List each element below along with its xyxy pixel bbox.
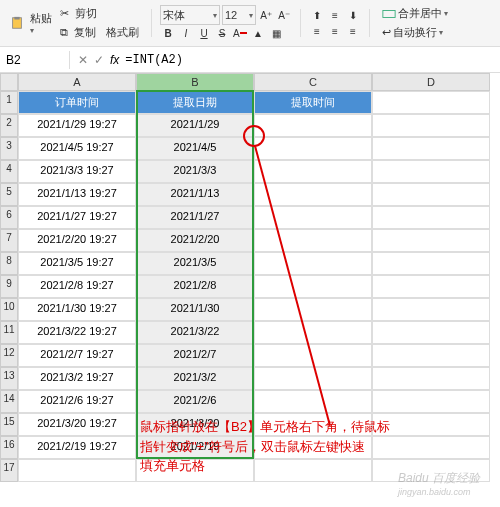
cell-C2[interactable] xyxy=(254,114,372,137)
copy-button[interactable]: 复制 xyxy=(70,23,100,42)
cell-A4[interactable]: 2021/3/3 19:27 xyxy=(18,160,136,183)
wrap-text-button[interactable]: ↩ 自动换行▾ xyxy=(378,23,452,42)
cell-A14[interactable]: 2021/2/6 19:27 xyxy=(18,390,136,413)
cell-D1[interactable] xyxy=(372,91,490,114)
increase-font-button[interactable]: A⁺ xyxy=(258,7,274,23)
cell-D15[interactable] xyxy=(372,413,490,436)
cell-A10[interactable]: 2021/1/30 19:27 xyxy=(18,298,136,321)
cell-D12[interactable] xyxy=(372,344,490,367)
border-button[interactable]: ▦ xyxy=(268,25,284,41)
cell-B5[interactable]: 2021/1/13 xyxy=(136,183,254,206)
cell-D9[interactable] xyxy=(372,275,490,298)
cell-D10[interactable] xyxy=(372,298,490,321)
cell-D6[interactable] xyxy=(372,206,490,229)
fx-icon[interactable]: fx xyxy=(110,53,119,67)
column-header-C[interactable]: C xyxy=(254,73,372,91)
row-header-4[interactable]: 4 xyxy=(0,160,18,183)
align-right-button[interactable]: ≡ xyxy=(345,23,361,39)
cell-B6[interactable]: 2021/1/27 xyxy=(136,206,254,229)
accept-formula-icon[interactable]: ✓ xyxy=(94,53,104,67)
select-all-corner[interactable] xyxy=(0,73,18,91)
fill-color-button[interactable]: ▲ xyxy=(250,25,266,41)
italic-button[interactable]: I xyxy=(178,25,194,41)
cell-C16[interactable] xyxy=(254,436,372,459)
cell-C4[interactable] xyxy=(254,160,372,183)
cell-C9[interactable] xyxy=(254,275,372,298)
row-header-7[interactable]: 7 xyxy=(0,229,18,252)
cell-D17[interactable] xyxy=(372,459,490,482)
formula-input[interactable] xyxy=(125,53,492,67)
row-header-14[interactable]: 14 xyxy=(0,390,18,413)
merge-cells-button[interactable]: 合并居中▾ xyxy=(378,4,452,23)
cell-A16[interactable]: 2021/2/19 19:27 xyxy=(18,436,136,459)
cell-C6[interactable] xyxy=(254,206,372,229)
align-top-button[interactable]: ⬆ xyxy=(309,7,325,23)
cell-D2[interactable] xyxy=(372,114,490,137)
cell-D8[interactable] xyxy=(372,252,490,275)
cell-C17[interactable] xyxy=(254,459,372,482)
column-header-D[interactable]: D xyxy=(372,73,490,91)
row-header-9[interactable]: 9 xyxy=(0,275,18,298)
cell-A12[interactable]: 2021/2/7 19:27 xyxy=(18,344,136,367)
cell-B7[interactable]: 2021/2/20 xyxy=(136,229,254,252)
row-header-13[interactable]: 13 xyxy=(0,367,18,390)
cell-D11[interactable] xyxy=(372,321,490,344)
cell-B15[interactable]: 2021/3/20 xyxy=(136,413,254,436)
cell-C15[interactable] xyxy=(254,413,372,436)
row-header-15[interactable]: 15 xyxy=(0,413,18,436)
cell-D13[interactable] xyxy=(372,367,490,390)
bold-button[interactable]: B xyxy=(160,25,176,41)
row-header-3[interactable]: 3 xyxy=(0,137,18,160)
cell-C13[interactable] xyxy=(254,367,372,390)
chevron-down-icon[interactable]: ▾ xyxy=(30,26,52,35)
cell-B11[interactable]: 2021/3/22 xyxy=(136,321,254,344)
cell-B8[interactable]: 2021/3/5 xyxy=(136,252,254,275)
row-header-2[interactable]: 2 xyxy=(0,114,18,137)
row-header-17[interactable]: 17 xyxy=(0,459,18,482)
cell-C14[interactable] xyxy=(254,390,372,413)
name-box[interactable]: B2 xyxy=(0,51,70,69)
cell-A2[interactable]: 2021/1/29 19:27 xyxy=(18,114,136,137)
cell-D16[interactable] xyxy=(372,436,490,459)
align-left-button[interactable]: ≡ xyxy=(309,23,325,39)
cell-C8[interactable] xyxy=(254,252,372,275)
cell-B16[interactable]: 2021/2/19 xyxy=(136,436,254,459)
cancel-formula-icon[interactable]: ✕ xyxy=(78,53,88,67)
row-header-12[interactable]: 12 xyxy=(0,344,18,367)
column-header-A[interactable]: A xyxy=(18,73,136,91)
font-size-select[interactable]: 12▾ xyxy=(222,5,256,25)
cell-A15[interactable]: 2021/3/20 19:27 xyxy=(18,413,136,436)
cell-A5[interactable]: 2021/1/13 19:27 xyxy=(18,183,136,206)
cell-A7[interactable]: 2021/2/20 19:27 xyxy=(18,229,136,252)
cell-A11[interactable]: 2021/3/22 19:27 xyxy=(18,321,136,344)
cell-B14[interactable]: 2021/2/6 xyxy=(136,390,254,413)
spreadsheet-grid[interactable]: ABCD1订单时间提取日期提取时间22021/1/29 19:272021/1/… xyxy=(0,73,500,482)
row-header-6[interactable]: 6 xyxy=(0,206,18,229)
cell-D3[interactable] xyxy=(372,137,490,160)
row-header-11[interactable]: 11 xyxy=(0,321,18,344)
cell-B4[interactable]: 2021/3/3 xyxy=(136,160,254,183)
cell-C7[interactable] xyxy=(254,229,372,252)
strike-button[interactable]: S xyxy=(214,25,230,41)
cell-B2[interactable]: 2021/1/29 xyxy=(136,114,254,137)
format-painter-button[interactable]: 格式刷 xyxy=(102,23,143,42)
cell-B12[interactable]: 2021/2/7 xyxy=(136,344,254,367)
row-header-5[interactable]: 5 xyxy=(0,183,18,206)
cell-A8[interactable]: 2021/3/5 19:27 xyxy=(18,252,136,275)
row-header-10[interactable]: 10 xyxy=(0,298,18,321)
cell-A3[interactable]: 2021/4/5 19:27 xyxy=(18,137,136,160)
cell-C11[interactable] xyxy=(254,321,372,344)
font-color-button[interactable]: A xyxy=(232,25,248,41)
align-center-button[interactable]: ≡ xyxy=(327,23,343,39)
cell-B3[interactable]: 2021/4/5 xyxy=(136,137,254,160)
cell-C12[interactable] xyxy=(254,344,372,367)
cell-B17[interactable] xyxy=(136,459,254,482)
cell-A6[interactable]: 2021/1/27 19:27 xyxy=(18,206,136,229)
align-middle-button[interactable]: ≡ xyxy=(327,7,343,23)
cell-D14[interactable] xyxy=(372,390,490,413)
cell-C10[interactable] xyxy=(254,298,372,321)
underline-button[interactable]: U xyxy=(196,25,212,41)
cut-button[interactable]: 剪切 xyxy=(71,4,101,23)
row-header-1[interactable]: 1 xyxy=(0,91,18,114)
cell-C3[interactable] xyxy=(254,137,372,160)
